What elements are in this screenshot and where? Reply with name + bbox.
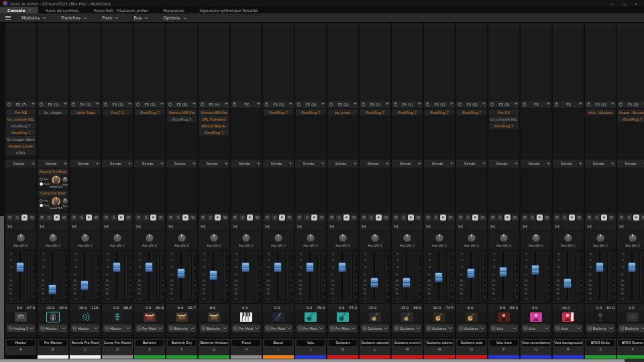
add-send-icon[interactable]: +	[546, 162, 550, 166]
solo-button[interactable]: S	[529, 215, 535, 221]
record-arm-button[interactable]: R	[54, 215, 60, 221]
fx-plugin[interactable]: SPAN	[6, 149, 36, 156]
fx-power-icon[interactable]	[619, 102, 623, 107]
solo-button[interactable]: S	[433, 215, 439, 221]
solo-button[interactable]: S	[336, 215, 342, 221]
output-selector[interactable]: Batterie	[200, 324, 228, 332]
stereo-interleave-icon[interactable]: ⋈	[72, 224, 76, 229]
write-automation-button[interactable]: W	[351, 215, 357, 221]
add-fx-icon[interactable]: +	[385, 102, 389, 107]
track-name[interactable]: Guitares solo	[458, 340, 486, 346]
solo-button[interactable]: S	[304, 215, 310, 221]
add-fx-icon[interactable]: +	[417, 102, 421, 107]
fx-plugin[interactable]: FinalPlug 7	[135, 109, 164, 115]
write-automation-button[interactable]: W	[190, 215, 196, 221]
pan-knob[interactable]	[113, 233, 122, 243]
write-automation-button[interactable]: W	[512, 215, 518, 221]
mute-button[interactable]: M	[458, 215, 464, 221]
write-automation-button[interactable]: W	[641, 215, 644, 221]
tab-console[interactable]: Console ×	[0, 7, 38, 13]
tab-markers[interactable]: Marqueurs	[156, 7, 192, 13]
record-arm-button[interactable]: R	[150, 215, 156, 221]
solo-button[interactable]: S	[368, 215, 374, 221]
singer-dark-icon[interactable]	[498, 312, 510, 322]
add-fx-icon[interactable]: +	[192, 102, 196, 107]
fx-plugin[interactable]: FinalPlug 7	[457, 109, 486, 115]
record-arm-button[interactable]: R	[408, 215, 414, 221]
add-fx-icon[interactable]: +	[546, 102, 550, 107]
track-name[interactable]: Pre Master	[39, 340, 67, 346]
solo-button[interactable]: S	[272, 215, 278, 221]
output-selector[interactable]: Voix	[490, 324, 518, 332]
stereo-interleave-icon[interactable]: ⋈	[297, 224, 302, 229]
fx-plugin[interactable]: Little Plate	[70, 109, 100, 115]
write-automation-button[interactable]: W	[254, 215, 260, 221]
fx-power-icon[interactable]	[71, 102, 76, 107]
pan-knob[interactable]	[274, 233, 283, 243]
volume-fader[interactable]	[77, 250, 91, 302]
write-automation-button[interactable]: W	[415, 215, 421, 221]
record-arm-button[interactable]: R	[376, 215, 382, 221]
fx-power-icon[interactable]	[200, 102, 205, 107]
output-selector[interactable]: Pre Mast	[232, 324, 260, 332]
mute-button[interactable]: M	[232, 215, 238, 221]
fx-power-icon[interactable]	[458, 102, 462, 107]
write-automation-button[interactable]: W	[158, 215, 164, 221]
volume-fader[interactable]	[335, 250, 349, 302]
drum-red-icon[interactable]	[144, 312, 156, 322]
add-send-icon[interactable]: +	[578, 162, 582, 166]
menu-bus[interactable]: Bus	[133, 15, 148, 21]
output-selector[interactable]: Master	[103, 324, 131, 332]
track-name[interactable]: Basse	[264, 340, 292, 346]
add-send-icon[interactable]: +	[160, 162, 164, 166]
guitar-tan-icon[interactable]	[369, 312, 381, 322]
send-post-option[interactable]: Post	[40, 204, 50, 207]
fx-power-icon[interactable]	[297, 102, 301, 107]
track-name[interactable]: Voix lead	[490, 340, 518, 346]
output-selector[interactable]: Batterie	[168, 324, 196, 332]
pan-knob[interactable]	[145, 233, 154, 243]
send-post-option[interactable]: Post	[40, 182, 50, 186]
output-selector[interactable]: Master	[39, 324, 67, 332]
horizontal-scrollbar-thumb[interactable]	[0, 359, 625, 362]
add-send-icon[interactable]: +	[417, 162, 421, 166]
fader-cap[interactable]	[402, 278, 411, 288]
fx-power-icon[interactable]	[329, 102, 333, 107]
mute-button[interactable]: M	[361, 215, 367, 221]
solo-button[interactable]: S	[46, 215, 52, 221]
menu-tranches[interactable]: Tranches	[61, 15, 87, 21]
pan-knob[interactable]	[16, 233, 25, 243]
mute-button[interactable]: M	[554, 215, 560, 221]
record-arm-button[interactable]: R	[86, 215, 92, 221]
mute-button[interactable]: M	[264, 215, 270, 221]
mute-button[interactable]: M	[586, 215, 592, 221]
stereo-interleave-icon[interactable]: ⋈	[233, 224, 237, 229]
pan-knob[interactable]	[499, 233, 508, 243]
guitar-acoustic-icon[interactable]	[466, 312, 478, 322]
output-selector[interactable]: Pre Mast	[264, 324, 292, 332]
track-name[interactable]: BFD3 Snares	[619, 340, 644, 346]
stereo-interleave-icon[interactable]: ⋈	[587, 224, 592, 229]
add-send-icon[interactable]: +	[31, 162, 35, 166]
record-arm-button[interactable]: R	[440, 215, 446, 221]
write-automation-button[interactable]: W	[447, 215, 453, 221]
fader-cap[interactable]	[306, 262, 314, 272]
tab-close-icon[interactable]: ×	[28, 8, 32, 12]
volume-fader[interactable]	[560, 250, 574, 302]
pan-knob[interactable]	[80, 233, 90, 243]
add-fx-icon[interactable]: +	[95, 102, 99, 107]
send-destination[interactable]: Comp Pre Mast	[38, 190, 68, 196]
guitar-teal-icon[interactable]	[305, 312, 317, 322]
volume-fader[interactable]	[399, 250, 413, 302]
track-name[interactable]: Voix background	[554, 340, 582, 346]
singer-red-icon[interactable]	[562, 312, 574, 322]
fx-plugin[interactable]: Vienna MIR Pro	[199, 109, 229, 115]
add-send-icon[interactable]: +	[449, 162, 453, 166]
stereo-interleave-icon[interactable]: ⋈	[104, 224, 109, 229]
add-send-icon[interactable]: +	[192, 162, 196, 166]
track-name[interactable]: Reverb Pre Mast	[71, 340, 99, 346]
add-fx-icon[interactable]: +	[256, 102, 260, 107]
pan-knob[interactable]	[209, 233, 219, 243]
add-fx-icon[interactable]: +	[224, 102, 228, 107]
add-fx-icon[interactable]: +	[578, 102, 582, 107]
